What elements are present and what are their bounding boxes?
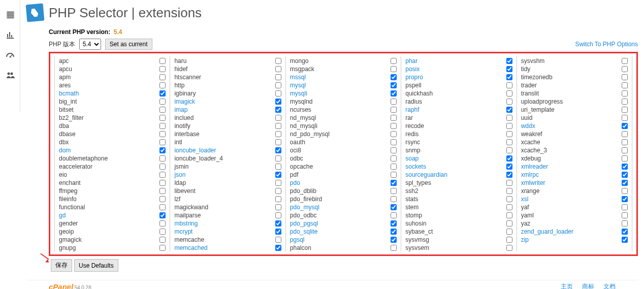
ext-checkbox[interactable] <box>391 139 397 145</box>
footer-trade-link[interactable]: 商标 <box>582 282 594 289</box>
ext-checkbox[interactable] <box>275 139 281 145</box>
ext-checkbox[interactable] <box>275 204 281 210</box>
ext-checkbox[interactable] <box>159 245 166 251</box>
ext-checkbox[interactable] <box>391 66 397 72</box>
ext-label[interactable]: raphf <box>405 106 419 113</box>
ext-checkbox[interactable] <box>391 172 397 178</box>
ext-label[interactable]: soap <box>405 155 418 162</box>
ext-checkbox[interactable] <box>275 172 281 178</box>
ext-checkbox[interactable] <box>391 115 397 121</box>
ext-checkbox[interactable] <box>391 188 397 194</box>
ext-checkbox[interactable] <box>159 74 166 80</box>
ext-checkbox[interactable] <box>506 147 512 153</box>
ext-checkbox[interactable] <box>275 66 281 72</box>
ext-checkbox[interactable] <box>506 196 512 202</box>
ext-checkbox[interactable] <box>159 131 166 137</box>
ext-checkbox[interactable] <box>622 196 628 202</box>
ext-label[interactable]: xmlwriter <box>521 179 545 186</box>
ext-checkbox[interactable] <box>159 172 166 178</box>
ext-checkbox[interactable] <box>159 90 166 97</box>
ext-label[interactable]: ioncube_loader <box>174 147 216 154</box>
ext-checkbox[interactable] <box>391 99 397 105</box>
ext-checkbox[interactable] <box>391 58 397 64</box>
ext-label[interactable]: mysqli <box>290 90 307 97</box>
ext-checkbox[interactable] <box>159 204 166 210</box>
ext-checkbox[interactable] <box>159 123 166 129</box>
ext-checkbox[interactable] <box>275 180 281 186</box>
switch-options-link[interactable]: Switch To PHP Options <box>575 41 638 48</box>
ext-checkbox[interactable] <box>159 58 166 64</box>
ext-checkbox[interactable] <box>275 155 281 162</box>
ext-label[interactable]: gd <box>59 212 66 219</box>
ext-checkbox[interactable] <box>391 82 397 88</box>
ext-checkbox[interactable] <box>506 99 512 105</box>
ext-checkbox[interactable] <box>391 212 397 218</box>
ext-label[interactable]: imap <box>174 106 187 113</box>
ext-checkbox[interactable] <box>159 99 166 105</box>
ext-checkbox[interactable] <box>275 220 281 227</box>
ext-checkbox[interactable] <box>622 131 628 137</box>
ext-checkbox[interactable] <box>506 204 512 210</box>
ext-label[interactable]: propro <box>405 74 423 81</box>
ext-label[interactable]: zip <box>521 236 529 243</box>
ext-checkbox[interactable] <box>275 164 281 170</box>
ext-checkbox[interactable] <box>275 229 281 235</box>
ext-checkbox[interactable] <box>506 188 512 194</box>
ext-checkbox[interactable] <box>159 107 166 113</box>
ext-checkbox[interactable] <box>159 164 166 170</box>
ext-label[interactable]: pdo_sqlite <box>290 228 318 235</box>
ext-checkbox[interactable] <box>622 58 628 64</box>
ext-checkbox[interactable] <box>622 204 628 210</box>
ext-checkbox[interactable] <box>622 180 628 186</box>
ext-label[interactable]: wddx <box>521 122 535 130</box>
ext-checkbox[interactable] <box>506 164 512 170</box>
ext-checkbox[interactable] <box>391 90 397 97</box>
use-defaults-button[interactable]: Use Defaults <box>74 259 118 272</box>
ext-checkbox[interactable] <box>622 164 628 170</box>
ext-label[interactable]: sockets <box>405 163 426 170</box>
ext-label[interactable]: posix <box>405 66 420 73</box>
ext-checkbox[interactable] <box>622 139 628 145</box>
ext-checkbox[interactable] <box>506 237 512 243</box>
ext-label[interactable]: pgsql <box>290 236 305 243</box>
ext-checkbox[interactable] <box>275 74 281 80</box>
ext-checkbox[interactable] <box>391 131 397 137</box>
ext-label[interactable]: mcrypt <box>174 228 192 235</box>
ext-checkbox[interactable] <box>159 82 166 88</box>
ext-checkbox[interactable] <box>506 107 512 113</box>
ext-checkbox[interactable] <box>622 90 628 97</box>
apps-icon[interactable]: ▦ <box>0 4 20 24</box>
ext-checkbox[interactable] <box>275 196 281 202</box>
php-version-select[interactable]: 5.4 <box>79 39 101 50</box>
ext-checkbox[interactable] <box>622 188 628 194</box>
ext-checkbox[interactable] <box>275 237 281 243</box>
ext-label[interactable]: sourceguardian <box>405 171 447 178</box>
ext-checkbox[interactable] <box>275 131 281 137</box>
ext-checkbox[interactable] <box>506 115 512 121</box>
ext-checkbox[interactable] <box>275 115 281 121</box>
ext-checkbox[interactable] <box>391 180 397 186</box>
ext-checkbox[interactable] <box>506 212 512 218</box>
ext-label[interactable]: mbstring <box>174 220 198 227</box>
ext-checkbox[interactable] <box>622 74 628 80</box>
ext-checkbox[interactable] <box>506 139 512 145</box>
ext-checkbox[interactable] <box>622 229 628 235</box>
ext-checkbox[interactable] <box>506 66 512 72</box>
ext-checkbox[interactable] <box>391 245 397 251</box>
ext-checkbox[interactable] <box>159 147 166 153</box>
ext-checkbox[interactable] <box>622 123 628 129</box>
gauge-icon[interactable] <box>0 45 20 65</box>
ext-checkbox[interactable] <box>275 245 281 251</box>
ext-checkbox[interactable] <box>159 180 166 186</box>
ext-checkbox[interactable] <box>622 107 628 113</box>
ext-checkbox[interactable] <box>506 58 512 64</box>
ext-checkbox[interactable] <box>622 115 628 121</box>
ext-checkbox[interactable] <box>622 147 628 153</box>
footer-home-link[interactable]: 主页 <box>561 282 573 289</box>
ext-checkbox[interactable] <box>159 66 166 72</box>
ext-checkbox[interactable] <box>391 229 397 235</box>
ext-checkbox[interactable] <box>622 237 628 243</box>
ext-checkbox[interactable] <box>506 245 512 251</box>
ext-checkbox[interactable] <box>622 82 628 88</box>
ext-checkbox[interactable] <box>391 155 397 162</box>
